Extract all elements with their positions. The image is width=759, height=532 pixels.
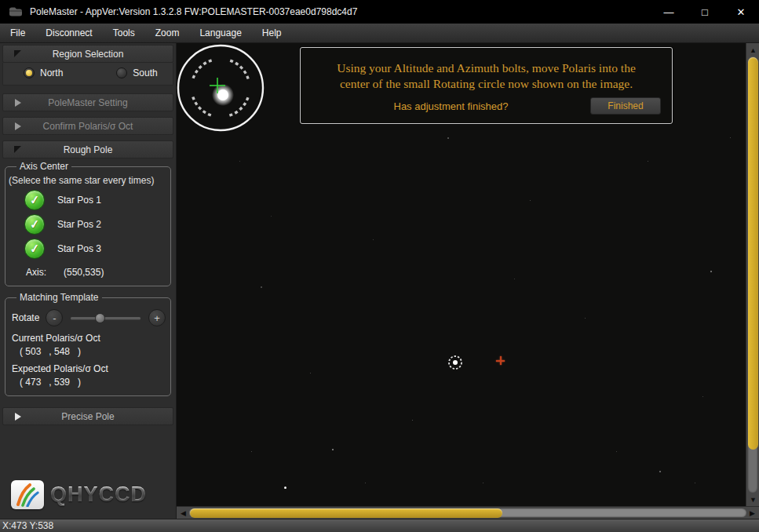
menu-file[interactable]: File bbox=[0, 24, 35, 42]
red-cross-marker bbox=[496, 356, 505, 365]
star-dot bbox=[695, 483, 695, 483]
vertical-scroll-thumb[interactable] bbox=[748, 57, 758, 450]
menu-zoom[interactable]: Zoom bbox=[145, 24, 190, 42]
scroll-up-arrow-icon[interactable]: ▲ bbox=[746, 44, 759, 56]
star-dot bbox=[261, 286, 262, 288]
expander-expanded-icon bbox=[14, 50, 21, 57]
qhyccd-logo-text: QHYCCD bbox=[50, 483, 147, 507]
star-dot bbox=[373, 239, 374, 240]
slider-track bbox=[71, 317, 140, 319]
menu-bar: File Disconnect Tools Zoom Language Help bbox=[0, 24, 759, 43]
star-dot bbox=[332, 449, 334, 450]
title-bar: PoleMaster - AppVer:Version 1.3.2.8 FW:P… bbox=[0, 0, 759, 24]
section-precise-pole[interactable]: Precise Pole bbox=[2, 407, 173, 425]
rotating-circle-overlay bbox=[177, 43, 268, 136]
star-dot bbox=[251, 451, 252, 452]
star-pos-3-row: ✓ Star Pos 3 bbox=[24, 239, 166, 259]
star-dot bbox=[514, 279, 515, 279]
status-bar: X:473 Y:538 bbox=[0, 519, 759, 532]
section-label: Region Selection bbox=[21, 49, 155, 60]
star-dot bbox=[271, 216, 272, 217]
radio-north-icon bbox=[24, 67, 35, 78]
expander-expanded-icon bbox=[14, 146, 21, 153]
star-dot bbox=[365, 483, 366, 483]
star-pos-2-label: Star Pos 2 bbox=[57, 219, 101, 230]
star-dot bbox=[530, 200, 531, 201]
slider-thumb[interactable] bbox=[95, 313, 105, 323]
window-title: PoleMaster - AppVer:Version 1.3.2.8 FW:P… bbox=[30, 6, 651, 17]
menu-help[interactable]: Help bbox=[252, 24, 292, 42]
star-dot bbox=[710, 271, 712, 272]
menu-language[interactable]: Language bbox=[189, 24, 251, 42]
star-pos-1-button[interactable]: ✓ bbox=[24, 190, 45, 210]
rotate-plus-button[interactable]: + bbox=[148, 309, 166, 326]
star-pos-1-label: Star Pos 1 bbox=[57, 195, 101, 206]
instruction-message-box: Using your Altitude and Azimuth bolts, m… bbox=[300, 47, 673, 124]
instruction-text: Using your Altitude and Azimuth bolts, m… bbox=[301, 48, 672, 93]
finished-button[interactable]: Finished bbox=[590, 97, 661, 115]
star-dot bbox=[483, 483, 483, 483]
star-pos-3-label: Star Pos 3 bbox=[57, 243, 101, 254]
star-pos-2-button[interactable]: ✓ bbox=[24, 214, 45, 235]
section-label: Precise Pole bbox=[21, 411, 155, 422]
star-dot bbox=[702, 396, 703, 397]
scroll-right-arrow-icon[interactable]: ▶ bbox=[746, 507, 758, 519]
radio-south-label: South bbox=[133, 67, 157, 78]
expander-collapsed-icon bbox=[15, 122, 21, 130]
radio-south[interactable]: South bbox=[116, 67, 157, 78]
expected-polaris-label: Expected Polaris/σ Oct bbox=[12, 363, 166, 374]
scroll-down-arrow-icon[interactable]: ▼ bbox=[746, 494, 759, 505]
matching-template-group: Matching Template Rotate - + Current Pol… bbox=[5, 297, 171, 396]
section-polemaster-setting[interactable]: PoleMaster Setting bbox=[2, 93, 173, 111]
rotate-minus-button[interactable]: - bbox=[46, 309, 63, 326]
close-button[interactable]: ✕ bbox=[723, 0, 759, 24]
qhyccd-logo-icon bbox=[11, 480, 44, 509]
star-pos-2-row: ✓ Star Pos 2 bbox=[24, 214, 166, 235]
section-label: Confirm Polaris/σ Oct bbox=[21, 121, 155, 132]
radio-south-icon bbox=[116, 67, 127, 78]
rotate-slider[interactable] bbox=[69, 309, 142, 326]
menu-disconnect[interactable]: Disconnect bbox=[35, 24, 102, 42]
matching-template-legend: Matching Template bbox=[16, 292, 102, 303]
horizontal-scroll-thumb[interactable] bbox=[190, 508, 502, 518]
cursor-coordinates: X:473 Y:538 bbox=[0, 520, 53, 531]
axis-value: (550,535) bbox=[64, 267, 104, 278]
star-pos-3-button[interactable]: ✓ bbox=[24, 239, 45, 259]
section-confirm-polaris[interactable]: Confirm Polaris/σ Oct bbox=[2, 117, 173, 135]
axis-center-legend: Axis Center bbox=[16, 161, 71, 172]
section-region-selection[interactable]: Region Selection bbox=[2, 45, 173, 63]
radio-north[interactable]: North bbox=[24, 67, 63, 78]
scroll-left-arrow-icon[interactable]: ◀ bbox=[177, 507, 189, 519]
axis-label: Axis: bbox=[26, 267, 46, 278]
star-dot bbox=[730, 137, 731, 138]
star-dot bbox=[659, 471, 661, 472]
axis-center-hint: (Selece the same star every times) bbox=[9, 175, 166, 186]
section-rough-pole[interactable]: Rough Pole bbox=[2, 140, 173, 159]
qhyccd-logo: QHYCCD bbox=[11, 480, 147, 509]
star-dot bbox=[616, 451, 617, 452]
current-polaris-label: Current Polaris/σ Oct bbox=[12, 333, 166, 344]
radio-north-label: North bbox=[40, 67, 63, 78]
horizontal-scrollbar[interactable]: ◀ ▶ bbox=[177, 506, 759, 519]
menu-tools[interactable]: Tools bbox=[103, 24, 145, 42]
expander-collapsed-icon bbox=[15, 99, 21, 107]
minimize-button[interactable]: — bbox=[651, 0, 687, 24]
check-icon: ✓ bbox=[29, 192, 40, 207]
section-label: PoleMaster Setting bbox=[21, 97, 155, 108]
rotate-label: Rotate bbox=[12, 312, 39, 323]
star-reticle-marker bbox=[446, 353, 465, 372]
sidebar: Region Selection North South PoleMaster … bbox=[0, 43, 177, 519]
current-polaris-value: ( 503 , 548 ) bbox=[20, 346, 166, 357]
vertical-scrollbar[interactable]: ▲ ▼ bbox=[746, 43, 759, 506]
app-window: PoleMaster - AppVer:Version 1.3.2.8 FW:P… bbox=[0, 0, 759, 532]
starfield[interactable]: Using your Altitude and Azimuth bolts, m… bbox=[177, 43, 746, 506]
star-dot bbox=[310, 373, 311, 373]
check-icon: ✓ bbox=[29, 217, 40, 231]
axis-center-group: Axis Center (Selece the same star every … bbox=[5, 166, 171, 286]
section-label: Rough Pole bbox=[21, 144, 155, 155]
star-dot bbox=[447, 137, 449, 139]
star-dot bbox=[239, 161, 240, 162]
expander-collapsed-icon bbox=[15, 413, 21, 421]
star-dot bbox=[284, 486, 286, 489]
maximize-button[interactable]: □ bbox=[687, 0, 723, 24]
